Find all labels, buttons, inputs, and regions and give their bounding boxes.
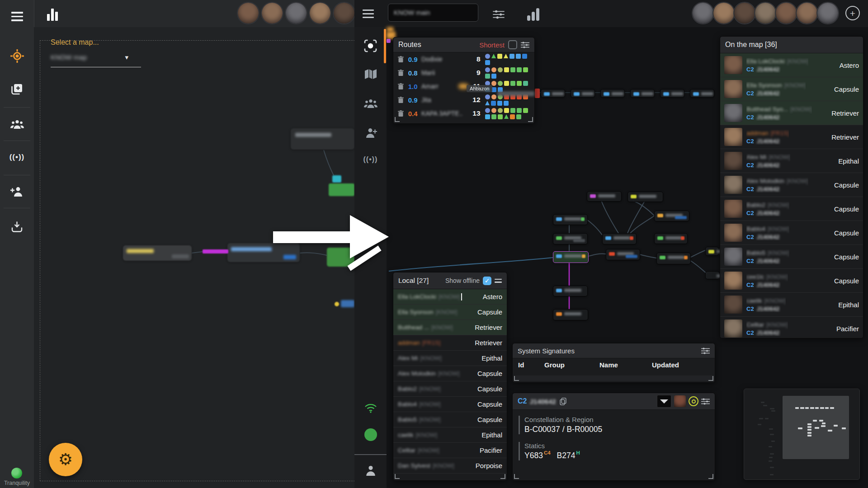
resize-handle[interactable]	[395, 117, 400, 122]
map-name-input[interactable]: KNOW main	[388, 4, 478, 22]
map-system-node[interactable]	[541, 89, 565, 98]
trash-icon[interactable]	[398, 83, 405, 90]
signatures-settings-icon[interactable]	[701, 347, 710, 354]
on-map-row[interactable]: Bablo5[KNOW]C2J140642Capsule	[720, 245, 863, 269]
on-map-row[interactable]: Ella LokClocki[KNOW]C2J140642Astero	[720, 53, 863, 77]
add-map-icon[interactable]	[0, 83, 34, 95]
waypoint-square[interactable]	[504, 108, 509, 113]
waypoint-triangle[interactable]	[485, 101, 490, 105]
waypoint-square[interactable]	[522, 54, 527, 59]
map-system-node[interactable]	[654, 211, 689, 221]
resize-handle[interactable]	[708, 376, 713, 381]
avatar[interactable]	[754, 2, 777, 24]
trash-icon[interactable]	[398, 70, 405, 76]
avatar[interactable]	[309, 2, 331, 24]
settings-fab[interactable]: ⚙	[49, 443, 82, 476]
map-system-node[interactable]	[705, 271, 720, 279]
on-map-row[interactable]: Bablo4[KNOW]C2J140642Capsule	[720, 221, 863, 245]
map-system-node[interactable]	[602, 233, 637, 244]
groups-icon[interactable]	[354, 99, 387, 108]
map-system-node[interactable]	[630, 89, 655, 98]
waypoint-square[interactable]	[497, 101, 502, 106]
waypoint-square[interactable]	[523, 108, 528, 113]
routes-settings-icon[interactable]	[521, 42, 529, 48]
map-system-node[interactable]	[660, 89, 684, 98]
waypoint-square[interactable]	[497, 54, 502, 59]
waypoint-square[interactable]	[517, 67, 522, 72]
local-menu-icon[interactable]	[495, 279, 502, 283]
local-row[interactable]: Alex Mi[KNOW]Epithal	[393, 351, 507, 366]
local-row[interactable]: Celltar[KNOW]Pacifier	[393, 443, 507, 458]
local-row[interactable]: Ella Syonson[KNOW]Capsule	[393, 305, 507, 320]
location-target-icon[interactable]	[0, 49, 34, 63]
on-map-row[interactable]: Butthead Syo...[KNOW]C2J140642Retriever	[720, 101, 863, 125]
waypoint-square[interactable]	[491, 101, 496, 106]
map-system-node[interactable]	[553, 233, 588, 244]
waypoint-circle[interactable]	[491, 81, 496, 86]
waypoint-circle[interactable]	[485, 108, 490, 113]
waypoint-square[interactable]	[485, 114, 490, 119]
on-map-row[interactable]: Bablo2[KNOW]C2J140642Capsule	[720, 197, 863, 221]
local-row[interactable]: Bablo2[KNOW]Capsule	[393, 381, 507, 397]
center-focus-icon[interactable]	[354, 39, 387, 53]
menu-icon[interactable]	[363, 9, 374, 18]
filter-sliders-icon[interactable]	[493, 10, 505, 21]
local-row[interactable]: Dan Sylvest[KNOW]Porpoise	[393, 458, 507, 474]
waypoint-square[interactable]	[516, 54, 521, 59]
menu-icon[interactable]	[0, 12, 34, 21]
avatar[interactable]	[796, 2, 818, 24]
waypoint-square[interactable]	[510, 81, 515, 86]
shortest-toggle-label[interactable]: Shortest	[479, 41, 505, 49]
waypoint-circle[interactable]	[498, 81, 503, 86]
map-icon[interactable]	[354, 69, 387, 80]
import-download-icon[interactable]	[0, 221, 34, 233]
signatures-column-header[interactable]: Name	[599, 361, 618, 369]
waypoint-circle[interactable]	[491, 94, 496, 99]
waypoint-square[interactable]	[517, 108, 522, 113]
map-system-node[interactable]	[587, 191, 622, 202]
resize-handle[interactable]	[528, 117, 533, 122]
wormhole-effect-icon[interactable]	[689, 396, 698, 406]
avatar[interactable]	[733, 2, 756, 24]
local-row[interactable]: Ella LokClocki[KNOW]Astero	[393, 289, 507, 305]
waypoint-circle[interactable]	[498, 67, 503, 72]
map-system-node[interactable]	[656, 253, 691, 264]
waypoint-square[interactable]	[504, 67, 509, 72]
resize-handle[interactable]	[708, 474, 713, 479]
map-system-node[interactable]	[553, 251, 589, 263]
waypoint-square[interactable]	[510, 114, 515, 119]
map-system-node[interactable]	[123, 245, 192, 261]
resize-handle[interactable]	[500, 474, 505, 479]
map-system-node[interactable]	[627, 192, 663, 202]
waypoint-square[interactable]	[523, 67, 528, 72]
map-system-node[interactable]	[553, 309, 588, 320]
map-system-node[interactable]	[571, 89, 595, 98]
user-icon[interactable]	[354, 465, 387, 476]
waypoint-circle[interactable]	[485, 94, 490, 99]
local-row[interactable]: Bablo5[KNOW]Capsule	[393, 412, 507, 427]
resize-handle[interactable]	[514, 376, 519, 381]
waypoint-triangle[interactable]	[504, 54, 508, 58]
route-row[interactable]: 0.8Marii9	[393, 66, 534, 80]
waypoint-square[interactable]	[491, 114, 496, 119]
waypoint-square[interactable]	[510, 108, 515, 113]
person-add-icon[interactable]	[0, 186, 34, 197]
avatar[interactable]	[285, 2, 307, 24]
system-info-settings-icon[interactable]	[701, 398, 710, 405]
waypoint-triangle[interactable]	[491, 54, 496, 58]
resize-handle[interactable]	[514, 474, 519, 479]
on-map-row[interactable]: Celltar[KNOW]C2J140642Pacifier	[720, 317, 863, 338]
shortest-checkbox[interactable]	[508, 40, 517, 49]
on-map-row[interactable]: Alex Molodkin[KNOW]C2J140642Capsule	[720, 173, 863, 197]
map-system-node[interactable]	[654, 233, 688, 244]
on-map-row[interactable]: caelik[KNOW]C2J140642Epithal	[720, 293, 863, 317]
trash-icon[interactable]	[398, 97, 405, 103]
waypoint-square[interactable]	[516, 114, 521, 119]
add-character-icon[interactable]: +	[845, 6, 860, 20]
broadcast-icon[interactable]: ((•))	[354, 155, 387, 164]
waypoint-square[interactable]	[517, 81, 522, 86]
waypoint-square[interactable]	[504, 81, 509, 86]
avatar[interactable]	[692, 2, 714, 24]
minimap-panel[interactable]	[744, 389, 860, 480]
on-map-row[interactable]: Alex Mi[KNOW]C2J140642Epithal	[720, 149, 863, 173]
